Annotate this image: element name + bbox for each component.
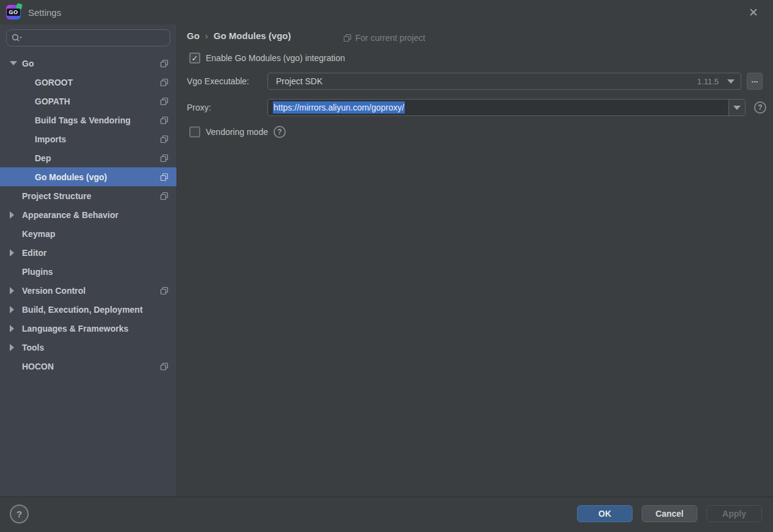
settings-tree: Go GOROOT GOPATH <box>0 54 176 376</box>
sidebar-item-keymap[interactable]: Keymap <box>0 224 176 243</box>
sidebar-item-hocon[interactable]: HOCON <box>0 357 176 376</box>
enable-vgo-checkbox[interactable]: ✓ <box>189 53 200 64</box>
chevron-down-icon <box>733 106 741 110</box>
settings-dialog: GO Settings ✕ Go GOROOT <box>0 0 773 532</box>
sidebar-item-version-control[interactable]: Version Control <box>0 281 176 300</box>
enable-vgo-label: Enable Go Modules (vgo) integration <box>206 53 345 63</box>
breadcrumb-go[interactable]: Go <box>187 31 200 41</box>
sdk-version: 1.11.5 <box>697 77 719 86</box>
collapse-arrow-icon[interactable] <box>10 287 14 294</box>
per-project-settings-icon <box>160 362 169 371</box>
collapse-arrow-icon[interactable] <box>10 344 14 351</box>
dialog-footer: ? OK Cancel Apply <box>0 497 773 532</box>
search-field[interactable] <box>6 29 170 46</box>
proxy-selected-text: https://mirrors.aliyun.com/goproxy/ <box>273 101 405 114</box>
breadcrumb: Go › Go Modules (vgo) <box>187 31 291 41</box>
vendoring-label: Vendoring mode <box>206 127 268 137</box>
check-icon: ✓ <box>192 54 198 62</box>
scope-hint: For current project <box>343 33 425 43</box>
expand-arrow-icon[interactable] <box>10 61 17 65</box>
sidebar-item-gopath[interactable]: GOPATH <box>0 92 176 111</box>
settings-content: Go › Go Modules (vgo) For current projec… <box>178 24 773 497</box>
sidebar-item-plugins[interactable]: Plugins <box>0 262 176 281</box>
chevron-right-icon: › <box>205 31 208 41</box>
check-icon: ✓ <box>192 128 198 136</box>
sidebar-item-go[interactable]: Go <box>0 54 176 73</box>
sidebar-item-build-tags-vendoring[interactable]: Build Tags & Vendoring <box>0 111 176 129</box>
collapse-arrow-icon[interactable] <box>10 249 14 257</box>
sidebar-item-editor[interactable]: Editor <box>0 243 176 262</box>
proxy-input[interactable]: https://mirrors.aliyun.com/goproxy/ <box>268 103 405 112</box>
breadcrumb-go-modules: Go Modules (vgo) <box>214 31 291 41</box>
title-bar: GO Settings ✕ <box>0 0 773 24</box>
vendoring-help-icon[interactable]: ? <box>274 126 286 138</box>
apply-button[interactable]: Apply <box>706 505 762 522</box>
sidebar-item-project-structure[interactable]: Project Structure <box>0 186 176 205</box>
per-project-settings-icon <box>160 154 169 162</box>
sidebar-item-goroot[interactable]: GOROOT <box>0 73 176 92</box>
vendoring-checkbox[interactable]: ✓ <box>189 126 200 137</box>
enable-vgo-row: ✓ Enable Go Modules (vgo) integration <box>189 53 345 64</box>
per-project-settings-icon <box>160 286 169 295</box>
sidebar-item-languages-frameworks[interactable]: Languages & Frameworks <box>0 319 176 338</box>
per-project-settings-icon <box>160 59 169 68</box>
per-project-settings-icon <box>160 135 169 144</box>
vendoring-row: ✓ Vendoring mode ? <box>189 126 286 138</box>
search-icon <box>12 34 22 42</box>
vgo-executable-label: Vgo Executable: <box>187 76 249 86</box>
per-project-settings-icon <box>160 116 169 125</box>
proxy-combobox[interactable]: https://mirrors.aliyun.com/goproxy/ <box>267 99 746 116</box>
per-project-settings-icon <box>160 78 169 87</box>
close-icon[interactable]: ✕ <box>746 5 761 20</box>
settings-sidebar: Go GOROOT GOPATH <box>0 24 177 497</box>
cancel-button[interactable]: Cancel <box>642 505 697 522</box>
scope-label: For current project <box>355 33 425 43</box>
per-project-settings-icon <box>160 192 169 200</box>
footer-buttons: OK Cancel Apply <box>577 505 762 522</box>
collapse-arrow-icon[interactable] <box>10 325 14 332</box>
ok-button[interactable]: OK <box>577 505 633 522</box>
settings-search-input[interactable] <box>24 34 165 43</box>
proxy-help-icon[interactable]: ? <box>754 101 766 114</box>
window-title: Settings <box>28 7 61 18</box>
browse-button[interactable]: ... <box>747 73 763 90</box>
sidebar-item-build-execution-deployment[interactable]: Build, Execution, Deployment <box>0 300 176 319</box>
vgo-executable-combobox[interactable]: Project SDK 1.11.5 <box>267 73 741 90</box>
proxy-label: Proxy: <box>187 103 211 112</box>
chevron-down-icon[interactable] <box>727 79 735 84</box>
sidebar-item-appearance-behavior[interactable]: Appearance & Behavior <box>0 205 176 224</box>
sidebar-item-go-modules-vgo[interactable]: Go Modules (vgo) <box>0 167 176 186</box>
goland-logo-icon: GO <box>6 5 21 20</box>
vgo-executable-value: Project SDK <box>268 76 322 86</box>
collapse-arrow-icon[interactable] <box>10 306 14 313</box>
per-project-settings-icon <box>160 97 169 106</box>
sidebar-item-dep[interactable]: Dep <box>0 148 176 167</box>
collapse-arrow-icon[interactable] <box>10 211 14 219</box>
per-project-settings-icon <box>160 173 169 181</box>
proxy-dropdown-button[interactable] <box>728 100 745 115</box>
sidebar-item-imports[interactable]: Imports <box>0 129 176 148</box>
help-button[interactable]: ? <box>10 505 29 523</box>
sidebar-item-tools[interactable]: Tools <box>0 338 176 357</box>
per-project-settings-icon <box>343 34 352 42</box>
